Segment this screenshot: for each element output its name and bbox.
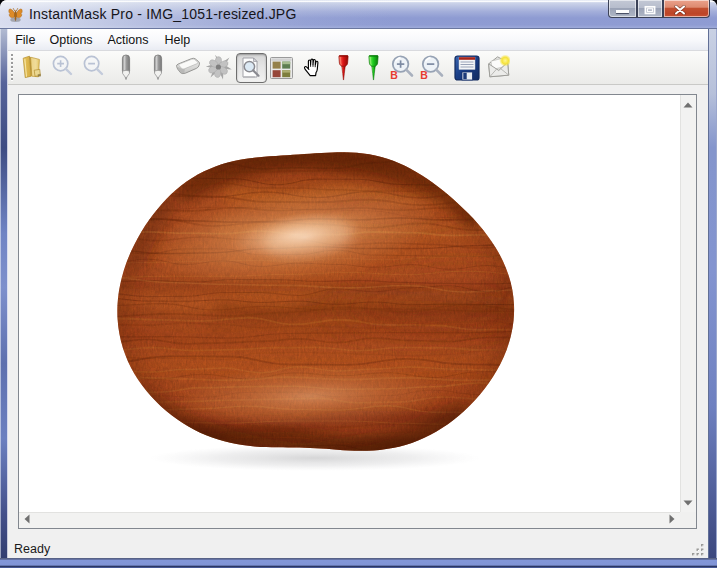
svg-text:B: B bbox=[420, 69, 428, 81]
svg-text:B: B bbox=[390, 69, 398, 81]
